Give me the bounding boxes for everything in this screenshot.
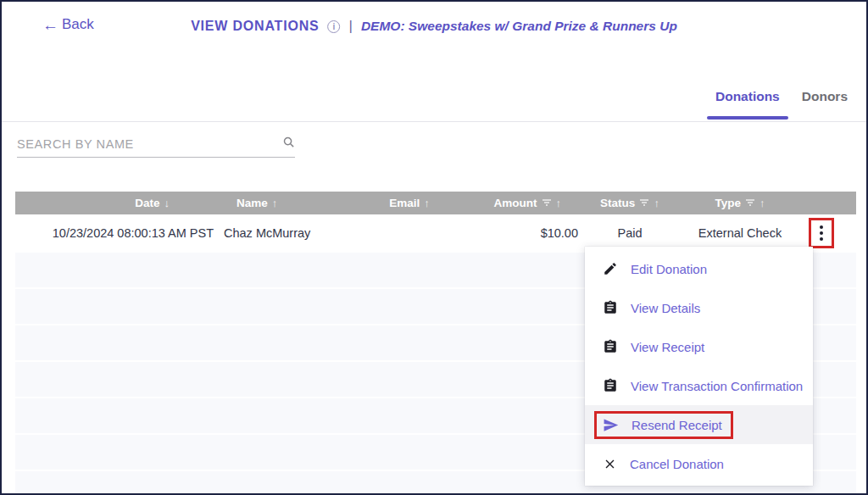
tab-donors[interactable]: Donors [802, 89, 848, 120]
tab-bar: Donations Donors [715, 89, 848, 120]
back-arrow-icon: ← [42, 17, 58, 33]
donation-date: 10/23/2024 08:00:13 AM PST [15, 214, 219, 252]
menu-item-view-details[interactable]: View Details [585, 288, 813, 327]
donor-email [346, 214, 473, 252]
pencil-icon [603, 261, 618, 276]
sort-asc-icon: ↑ [272, 197, 278, 209]
row-actions-menu-button[interactable] [813, 221, 830, 245]
tab-donations[interactable]: Donations [715, 89, 780, 120]
sort-desc-icon: ↓ [164, 197, 170, 209]
menu-item-view-transaction-confirmation[interactable]: View Transaction Confirmation [585, 366, 813, 405]
menu-item-resend-receipt[interactable]: Resend Receipt [585, 405, 813, 444]
menu-item-edit-donation[interactable]: Edit Donation [585, 249, 813, 288]
column-header-amount[interactable]: Amount ↑ [473, 192, 583, 214]
annotation-kebab-highlight [809, 218, 834, 248]
sort-asc-icon: ↑ [556, 197, 562, 209]
send-icon [603, 417, 619, 433]
sort-asc-icon: ↑ [424, 197, 430, 209]
filter-icon[interactable] [639, 197, 649, 209]
column-header-date[interactable]: Date ↓ [15, 192, 219, 214]
column-header-status[interactable]: Status ↑ [583, 192, 676, 214]
menu-item-label: View Receipt [631, 340, 704, 354]
annotation-resend-receipt-highlight: Resend Receipt [594, 411, 733, 439]
menu-item-view-receipt[interactable]: View Receipt [585, 327, 813, 366]
column-header-actions [804, 192, 856, 214]
menu-item-label: Edit Donation [631, 262, 707, 276]
donation-amount: $10.00 [473, 214, 583, 252]
filter-icon[interactable] [745, 197, 755, 209]
column-header-type[interactable]: Type ↑ [676, 192, 804, 214]
search-field [17, 136, 295, 158]
view-donations-page: ← Back VIEW DONATIONS i | DEMO: Sweepsta… [0, 0, 868, 495]
table-header-row: Date ↓ Name ↑ Email ↑ [15, 192, 856, 214]
back-label: Back [62, 16, 94, 33]
close-icon [603, 457, 617, 471]
clipboard-icon [603, 378, 618, 393]
clipboard-icon [603, 300, 618, 315]
back-button[interactable]: ← Back [42, 16, 94, 33]
row-actions-menu: Edit Donation View Details View Receipt [585, 247, 813, 486]
search-input[interactable] [17, 137, 277, 151]
menu-item-label: View Details [631, 301, 700, 315]
column-header-name[interactable]: Name ↑ [219, 192, 346, 214]
sort-asc-icon: ↑ [760, 197, 765, 209]
clipboard-icon [603, 339, 618, 354]
info-icon[interactable]: i [327, 20, 340, 33]
menu-item-label: Resend Receipt [632, 418, 722, 432]
sort-asc-icon: ↑ [654, 197, 659, 209]
page-header: VIEW DONATIONS i | DEMO: Sweepstakes w/ … [191, 18, 677, 35]
menu-item-label: View Transaction Confirmation [631, 379, 803, 393]
menu-item-cancel-donation[interactable]: Cancel Donation [585, 444, 813, 483]
column-header-email[interactable]: Email ↑ [346, 192, 473, 214]
campaign-subtitle: DEMO: Sweepstakes w/ Grand Prize & Runne… [361, 19, 677, 34]
title-separator: | [348, 18, 352, 35]
page-title: VIEW DONATIONS [191, 19, 319, 34]
search-icon[interactable] [282, 136, 295, 152]
menu-item-label: Cancel Donation [630, 457, 724, 471]
tabs-divider [2, 121, 866, 122]
filter-icon[interactable] [542, 197, 552, 209]
donor-name: Chaz McMurray [219, 214, 346, 252]
